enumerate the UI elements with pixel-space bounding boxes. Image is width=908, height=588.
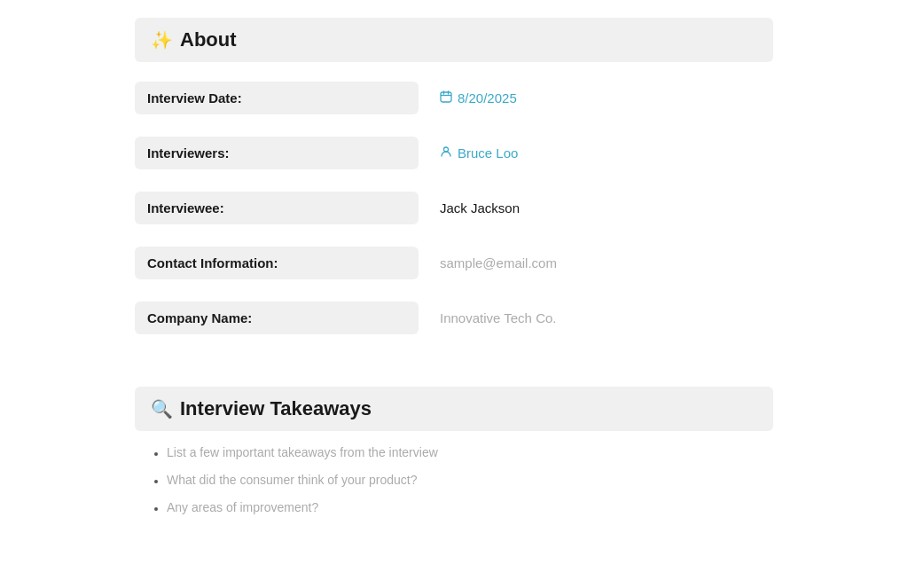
company-value[interactable]: Innovative Tech Co.: [419, 310, 773, 325]
interviewee-label-wrapper: Interviewee:: [135, 192, 419, 224]
takeaway-text-2: What did the consumer think of your prod…: [167, 473, 417, 487]
calendar-icon: [440, 90, 452, 106]
company-row: Company Name: Innovative Tech Co.: [135, 298, 773, 337]
interview-date-value[interactable]: 8/20/2025: [419, 90, 773, 106]
contact-row: Contact Information: sample@email.com: [135, 243, 773, 282]
takeaway-text-1: List a few important takeaways from the …: [167, 445, 438, 459]
about-section-header: ✨ About: [135, 18, 773, 62]
interview-date-text: 8/20/2025: [458, 90, 517, 106]
list-item[interactable]: List a few important takeaways from the …: [167, 443, 773, 462]
svg-rect-0: [441, 92, 451, 102]
interviewee-row: Interviewee: Jack Jackson: [135, 188, 773, 227]
interviewee-label: Interviewee:: [147, 200, 224, 216]
about-fields-container: Interview Date: 8/20/2025 Interviewers:: [135, 69, 773, 362]
about-section-icon: ✨: [151, 29, 173, 51]
interviewers-row: Interviewers: Bruce Loo: [135, 133, 773, 172]
interviewers-label-wrapper: Interviewers:: [135, 137, 419, 169]
interview-date-row: Interview Date: 8/20/2025: [135, 78, 773, 117]
interviewee-text: Jack Jackson: [440, 200, 520, 216]
list-item[interactable]: What did the consumer think of your prod…: [167, 471, 773, 490]
interviewers-label: Interviewers:: [147, 145, 230, 161]
takeaways-section-header: 🔍 Interview Takeaways: [135, 387, 773, 431]
person-icon: [440, 145, 452, 161]
company-label: Company Name:: [147, 310, 252, 325]
takeaways-section-icon: 🔍: [151, 398, 173, 419]
interview-date-label-wrapper: Interview Date:: [135, 82, 419, 114]
contact-text: sample@email.com: [440, 255, 557, 270]
about-section-title: About: [180, 28, 237, 51]
page-container: ✨ About Interview Date: 8/20/2025: [117, 18, 791, 517]
contact-label-wrapper: Contact Information:: [135, 247, 419, 279]
interviewee-value: Jack Jackson: [419, 200, 773, 216]
company-label-wrapper: Company Name:: [135, 302, 419, 334]
contact-value[interactable]: sample@email.com: [419, 255, 773, 270]
company-text: Innovative Tech Co.: [440, 310, 556, 325]
takeaways-section-title: Interview Takeaways: [180, 397, 372, 420]
interview-date-label: Interview Date:: [147, 90, 242, 106]
contact-label: Contact Information:: [147, 255, 278, 270]
list-item[interactable]: Any areas of improvement?: [167, 498, 773, 517]
takeaways-section: 🔍 Interview Takeaways List a few importa…: [135, 387, 773, 517]
interviewers-text: Bruce Loo: [458, 145, 518, 161]
svg-point-4: [444, 147, 449, 152]
interviewers-value[interactable]: Bruce Loo: [419, 145, 773, 161]
takeaway-text-3: Any areas of improvement?: [167, 500, 318, 514]
takeaways-list: List a few important takeaways from the …: [135, 443, 773, 517]
